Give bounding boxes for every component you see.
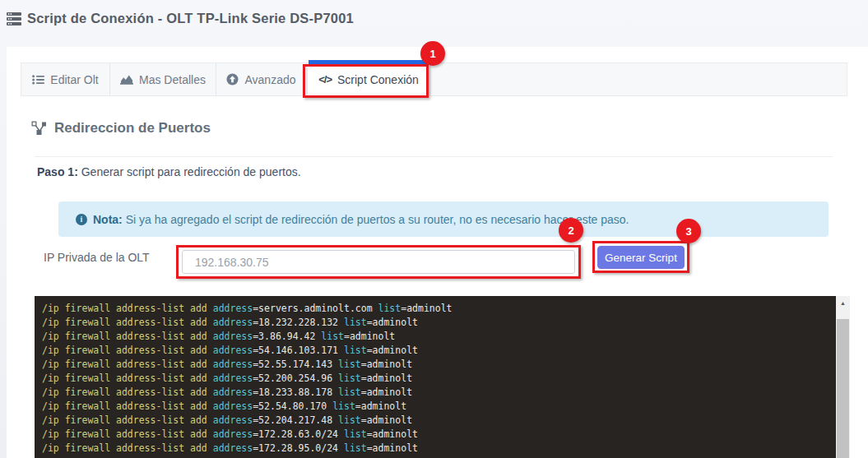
divider — [35, 156, 833, 157]
ip-field-label: IP Privada de la OLT — [44, 251, 150, 264]
tab-bar: Editar Olt Mas Detalles Avanzado </> S — [21, 62, 847, 96]
terminal-line: /ip firewall address-list add address=52… — [42, 358, 829, 372]
code-icon: </> — [318, 73, 332, 86]
terminal-line: /ip firewall address-list add address=3.… — [42, 330, 829, 344]
script-output-terminal[interactable]: /ip firewall address-list add address=se… — [35, 296, 850, 458]
step-text: Paso 1: Generar script para redirección … — [37, 165, 301, 178]
terminal-line: /ip firewall address-list add address=52… — [42, 400, 829, 414]
terminal-line: /ip firewall address-list add address=17… — [42, 428, 829, 442]
terminal-line: /ip firewall address-list add address=18… — [42, 316, 829, 330]
server-icon — [7, 12, 21, 25]
ip-input[interactable] — [182, 250, 575, 274]
tab-label: Avanzado — [244, 73, 295, 86]
tab-editar-olt[interactable]: Editar Olt — [21, 63, 110, 95]
step-description: Generar script para redirección de puert… — [78, 165, 301, 178]
terminal-scrollbar[interactable]: ▲ — [836, 296, 850, 458]
page-header: Script de Conexión - OLT TP-Link Serie D… — [7, 11, 354, 26]
chart-area-icon — [120, 74, 133, 85]
annotation-badge-3: 3 — [676, 219, 701, 243]
terminal-line: /ip firewall address-list add address=52… — [42, 414, 829, 428]
terminal-line: /ip firewall address-list add address=17… — [42, 442, 829, 456]
note-text: Si ya ha agregado el script de redirecci… — [126, 213, 629, 226]
active-tab-indicator — [309, 60, 427, 65]
terminal-line: /ip firewall address-list add address=54… — [42, 344, 829, 358]
annotation-badge-1: 1 — [420, 41, 445, 66]
tab-script-conexion[interactable]: </> Script Conexión — [307, 63, 430, 95]
generate-script-button[interactable]: Generar Script — [597, 246, 685, 269]
tab-label: Script Conexión — [337, 73, 419, 86]
section-title: Redireccion de Puertos — [54, 120, 211, 136]
scrollbar-thumb[interactable] — [837, 319, 849, 458]
list-icon — [32, 75, 44, 85]
terminal-line: /ip firewall address-list add address=se… — [42, 302, 829, 316]
info-icon: i — [76, 214, 87, 225]
page: Script de Conexión - OLT TP-Link Serie D… — [0, 0, 868, 458]
terminal-line: /ip firewall address-list add address=52… — [42, 372, 829, 386]
tab-mas-detalles[interactable]: Mas Detalles — [110, 63, 216, 95]
step-label: Paso 1: — [37, 165, 78, 178]
terminal-lines: /ip firewall address-list add address=se… — [35, 296, 850, 456]
network-icon — [31, 121, 47, 136]
terminal-line: /ip firewall address-list add address=18… — [42, 386, 829, 400]
section-header: Redireccion de Puertos — [31, 120, 211, 136]
tab-label: Editar Olt — [50, 73, 98, 86]
arrow-circle-up-icon — [226, 73, 239, 86]
tab-label: Mas Detalles — [139, 73, 206, 86]
note-label: Nota: — [93, 213, 123, 226]
scroll-up-arrow-icon[interactable]: ▲ — [836, 296, 850, 310]
tab-avanzado[interactable]: Avanzado — [216, 63, 307, 95]
annotation-badge-2: 2 — [559, 218, 583, 243]
note-alert: i Nota: Si ya ha agregado el script de r… — [58, 201, 829, 237]
page-title: Script de Conexión - OLT TP-Link Serie D… — [27, 11, 354, 26]
